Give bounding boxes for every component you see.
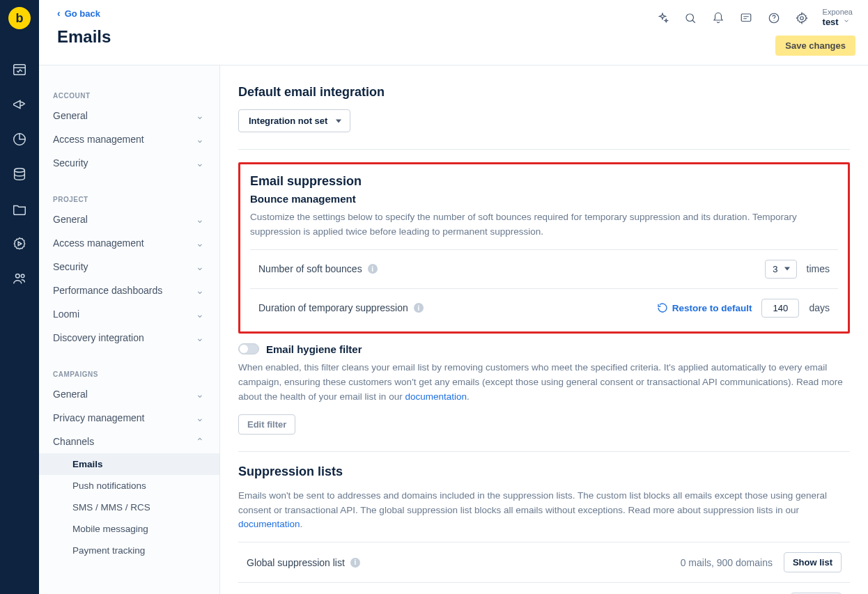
info-icon[interactable]: i — [350, 558, 360, 568]
gear-icon[interactable] — [795, 11, 809, 25]
sidebar-item-campaigns-general[interactable]: General ⌄ — [39, 382, 219, 406]
soft-bounces-select[interactable]: 3 — [765, 260, 796, 279]
sidebar-item-account-general[interactable]: General ⌄ — [39, 104, 219, 127]
divider — [238, 451, 850, 452]
top-header: ‹ Go back Emails — [39, 0, 868, 65]
suppression-title: Email suppression — [250, 174, 838, 189]
chevron-down-icon: ⌄ — [196, 261, 204, 272]
svg-rect-6 — [741, 14, 751, 22]
svg-point-5 — [686, 14, 694, 22]
info-icon[interactable]: i — [368, 264, 378, 274]
save-button[interactable]: Save changes — [775, 36, 855, 56]
svg-point-3 — [16, 274, 20, 279]
search-icon[interactable] — [683, 11, 697, 25]
dashboard-icon[interactable] — [11, 61, 28, 78]
sidebar-item-privacy[interactable]: Privacy management ⌄ — [39, 406, 219, 430]
chevron-down-icon: ⌄ — [196, 389, 204, 400]
settings-sidebar: ACCOUNT General ⌄ Access management ⌄ Se… — [39, 65, 220, 594]
chevron-down-icon: ⌄ — [196, 285, 204, 296]
show-list-button[interactable]: Show list — [784, 552, 842, 572]
soft-bounces-unit: times — [807, 263, 830, 274]
sidebar-item-project-access[interactable]: Access management ⌄ — [39, 231, 219, 255]
custom-list-row: Custom suppression list No emails or dom… — [238, 582, 850, 594]
help-icon[interactable] — [767, 11, 781, 25]
chevron-down-icon: ⌄ — [196, 214, 204, 225]
project-org: Exponea — [823, 7, 853, 17]
sparkle-icon[interactable] — [656, 11, 669, 25]
svg-point-9 — [800, 16, 803, 19]
integration-dropdown[interactable]: Integration not set — [238, 109, 350, 132]
svg-point-4 — [21, 274, 24, 278]
bounce-desc: Customize the settings below to specify … — [250, 210, 838, 240]
info-icon[interactable]: i — [414, 303, 424, 313]
chevron-down-icon: ⌄ — [196, 308, 204, 320]
chevron-up-icon: ⌃ — [196, 436, 204, 447]
soft-bounces-label: Number of soft bounces — [258, 263, 362, 274]
hygiene-title: Email hygiene filter — [266, 343, 362, 355]
chevron-down-icon — [843, 16, 850, 28]
content-pane: Default email integration Integration no… — [220, 65, 868, 594]
hygiene-toggle-row: Email hygiene filter — [238, 343, 850, 355]
undo-icon — [657, 302, 668, 313]
hygiene-toggle[interactable] — [238, 343, 259, 354]
users-icon[interactable] — [11, 270, 28, 287]
nav-rail: b — [0, 0, 39, 594]
sidebar-sub-sms[interactable]: SMS / MMS / RCS — [39, 497, 219, 518]
lists-doc-link[interactable]: documentation — [238, 519, 300, 529]
chevron-down-icon: ⌄ — [196, 134, 204, 145]
sidebar-item-account-access[interactable]: Access management ⌄ — [39, 127, 219, 151]
bell-icon[interactable] — [711, 11, 725, 25]
sidebar-sub-emails[interactable]: Emails — [39, 453, 219, 475]
restore-default-link[interactable]: Restore to default — [657, 302, 752, 313]
sidebar-section-account: ACCOUNT — [39, 84, 219, 104]
suppression-highlight-box: Email suppression Bounce management Cust… — [238, 162, 850, 334]
hygiene-desc: When enabled, this filter cleans your em… — [238, 361, 850, 405]
chevron-down-icon: ⌄ — [196, 157, 204, 169]
sidebar-item-performance[interactable]: Performance dashboards ⌄ — [39, 279, 219, 302]
database-icon[interactable] — [11, 166, 28, 182]
sidebar-item-account-security[interactable]: Security ⌄ — [39, 151, 219, 175]
soft-bounces-row: Number of soft bounces i 3 times — [250, 249, 838, 288]
sidebar-section-project: PROJECT — [39, 187, 219, 208]
lists-desc: Emails won't be sent to addresses and do… — [238, 489, 850, 533]
global-list-row: Global suppression list i 0 mails, 900 d… — [238, 542, 850, 582]
sidebar-item-project-security[interactable]: Security ⌄ — [39, 255, 219, 279]
hygiene-doc-link[interactable]: documentation — [405, 391, 467, 402]
sidebar-sub-push[interactable]: Push notifications — [39, 475, 219, 497]
svg-point-2 — [15, 169, 25, 173]
project-name: test — [823, 17, 839, 29]
sidebar-item-discovery[interactable]: Discovery integration ⌄ — [39, 326, 219, 350]
duration-label: Duration of temporary suppression — [258, 302, 408, 313]
edit-filter-button[interactable]: Edit filter — [238, 414, 295, 435]
global-list-stats: 0 mails, 900 domains — [681, 557, 773, 568]
folder-icon[interactable] — [11, 201, 28, 217]
duration-unit: days — [809, 302, 830, 313]
sidebar-section-campaigns: CAMPAIGNS — [39, 362, 219, 382]
analytics-icon[interactable] — [11, 131, 28, 148]
go-back-link[interactable]: ‹ Go back — [57, 8, 100, 19]
go-back-label: Go back — [65, 8, 100, 19]
divider — [238, 149, 850, 150]
sidebar-item-project-general[interactable]: General ⌄ — [39, 208, 219, 231]
chevron-down-icon: ⌄ — [196, 412, 204, 423]
sidebar-sub-payment[interactable]: Payment tracking — [39, 540, 219, 561]
global-list-label: Global suppression list — [247, 557, 345, 568]
chevron-left-icon: ‹ — [57, 8, 61, 18]
chevron-down-icon: ⌄ — [196, 110, 204, 121]
top-icons: Exponea test — [656, 7, 855, 29]
play-settings-icon[interactable] — [11, 235, 28, 252]
megaphone-icon[interactable] — [11, 96, 28, 113]
chat-icon[interactable] — [739, 11, 753, 25]
integration-title: Default email integration — [238, 85, 850, 100]
brand-logo[interactable]: b — [8, 7, 31, 29]
sidebar-item-loomi[interactable]: Loomi ⌄ — [39, 302, 219, 326]
duration-row: Duration of temporary suppression i Rest… — [250, 288, 838, 327]
sidebar-item-channels[interactable]: Channels ⌃ — [39, 430, 219, 453]
project-switch[interactable]: Exponea test — [823, 7, 855, 29]
sidebar-sub-mobile[interactable]: Mobile messaging — [39, 518, 219, 540]
svg-point-8 — [773, 20, 774, 21]
lists-title: Suppression lists — [238, 464, 850, 479]
duration-input[interactable] — [761, 299, 799, 318]
chevron-down-icon: ⌄ — [196, 237, 204, 249]
chevron-down-icon: ⌄ — [196, 332, 204, 343]
